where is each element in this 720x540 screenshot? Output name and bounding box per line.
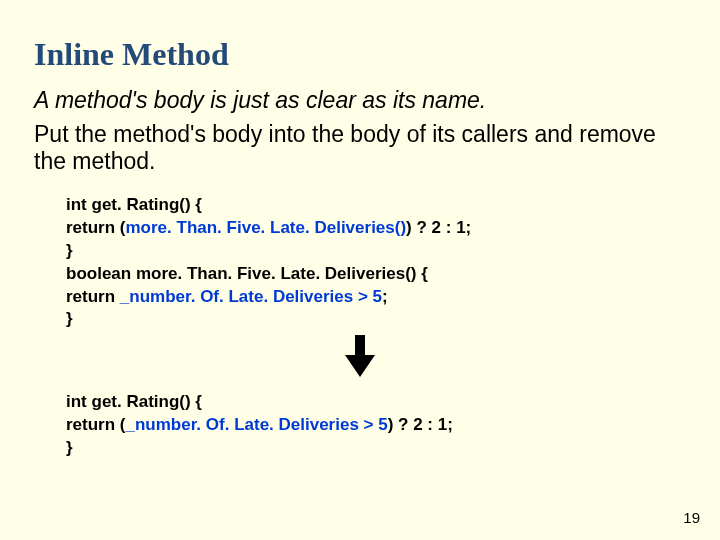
code-line: int get. Rating() {: [66, 195, 202, 214]
motivation-text: A method's body is just as clear as its …: [34, 87, 686, 115]
code-after: int get. Rating() { return (_number. Of.…: [66, 391, 686, 460]
svg-marker-1: [345, 355, 375, 377]
code-line: ) ? 2 : 1;: [388, 415, 453, 434]
code-before: int get. Rating() { return (more. Than. …: [66, 194, 686, 332]
code-line: int get. Rating() {: [66, 392, 202, 411]
page-number: 19: [683, 509, 700, 526]
code-line: }: [66, 438, 73, 457]
code-line: }: [66, 309, 73, 328]
mechanics-text: Put the method's body into the body of i…: [34, 121, 686, 176]
down-arrow-icon: [343, 335, 377, 381]
slide-title: Inline Method: [34, 36, 686, 73]
code-line: return (: [66, 218, 126, 237]
code-highlight: _number. Of. Late. Deliveries > 5: [126, 415, 388, 434]
code-line: ;: [382, 287, 388, 306]
code-line: boolean more. Than. Five. Late. Deliveri…: [66, 264, 428, 283]
code-line: }: [66, 241, 73, 260]
code-line: return (: [66, 415, 126, 434]
code-line: return: [66, 287, 120, 306]
code-highlight: more. Than. Five. Late. Deliveries(): [126, 218, 407, 237]
svg-rect-0: [355, 335, 365, 357]
code-line: ) ? 2 : 1;: [406, 218, 471, 237]
code-highlight: _number. Of. Late. Deliveries > 5: [120, 287, 382, 306]
